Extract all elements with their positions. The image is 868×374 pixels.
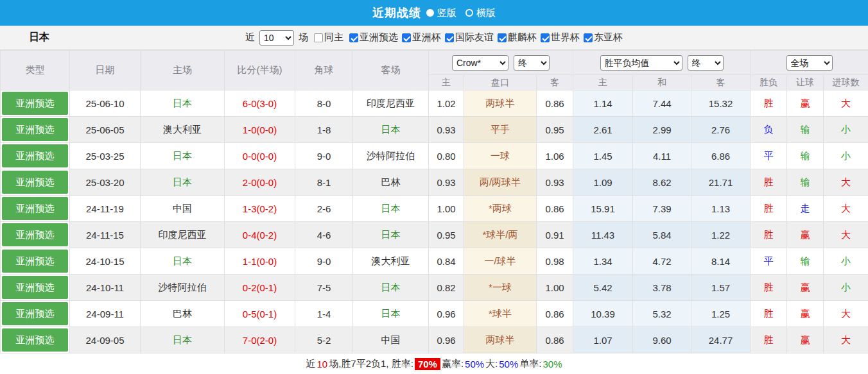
col-header-odds-home: 主 [429,75,464,90]
filters: 近 10 场 同主 亚洲预选亚洲杯国际友谊麒麟杯世界杯东亚杯 [245,30,623,46]
table-row: 亚洲预选 25-06-10 日本 6-0(3-0) 8-0 印度尼西亚 1.02… [1,90,868,117]
competition-checkbox[interactable] [498,33,507,42]
avg-win: 1.34 [573,248,633,275]
home-team: 中国 [141,196,225,222]
result: 胜 [751,196,787,222]
competition-checkbox[interactable] [349,33,358,42]
result: 平 [751,248,787,275]
radio-dot-icon [426,9,434,17]
result-scope-select[interactable]: 全场 [786,55,833,71]
summary-recent-count: 10 [317,359,327,370]
page-title: 近期战绩 [372,5,421,21]
recent-count-select[interactable]: 10 [259,30,294,46]
col-header-home: 主场 [141,51,225,90]
avg-draw: 2.99 [633,117,691,143]
radio-dot-icon [465,9,473,17]
home-team: 日本 [141,169,225,196]
avg-draw: 4.11 [633,143,691,169]
competition-badge: 亚洲预选 [2,276,68,299]
result: 胜 [751,327,787,353]
col-header-result: 胜负 [751,75,787,90]
corners: 1-8 [295,117,353,143]
odds-away: 0.91 [537,222,573,248]
handicap: 两球半 [464,327,537,353]
competition-checkbox[interactable] [402,33,411,42]
result: 胜 [751,275,787,301]
score-halftime: 0-2(0-1) [225,275,295,301]
away-team: 中国 [353,327,429,353]
wdl-metric-select[interactable]: 胜平负均值 [600,55,682,71]
wdl-time-select[interactable]: 终 [688,55,724,71]
avg-draw: 7.44 [633,90,691,117]
handicap: 一/球半 [464,248,537,275]
avg-loss: 15.32 [691,90,751,117]
score-halftime: 0-4(0-2) [225,222,295,248]
single-rate-value: 30% [542,359,562,370]
odds-company-select[interactable]: Crow* [452,55,508,71]
avg-loss: 1.25 [691,301,751,327]
corners: 4-6 [295,222,353,248]
same-venue-checkbox[interactable] [314,33,323,42]
competition-label: 亚洲预选 [360,31,398,44]
goals-result: 小 [824,275,868,301]
handicap: *球半 [464,301,537,327]
competition-checkbox[interactable] [541,33,550,42]
layout-radio-selected[interactable]: 竖版 [426,7,456,19]
corners: 9-0 [295,248,353,275]
odds-away: 0.93 [537,169,573,196]
odds-home: 0.82 [429,275,464,301]
match-date: 25-06-05 [70,117,141,143]
win-odds-label: 赢率: [442,358,464,370]
odds-time-select[interactable]: 终 [514,55,550,71]
home-team: 巴林 [141,301,225,327]
competition-filter: 东亚杯 [580,31,623,44]
win-rate-badge: 70% [415,358,440,370]
team-name: 日本 [29,31,49,44]
score-halftime: 0-0(0-0) [225,143,295,169]
away-team: 澳大利亚 [353,248,429,275]
competition-checkbox[interactable] [584,33,593,42]
match-date: 24-10-11 [70,275,141,301]
match-date: 24-11-19 [70,196,141,222]
handicap-result: 输 [787,169,824,196]
home-team: 印度尼西亚 [141,222,225,248]
competition-label: 麒麟杯 [508,31,537,44]
col-header-handicap: 盘口 [464,75,537,90]
odds-home: 0.96 [429,301,464,327]
competition-badge: 亚洲预选 [2,197,68,220]
competition-badge: 亚洲预选 [2,171,68,194]
handicap: 两球半 [464,90,537,117]
away-team: 日本 [353,196,429,222]
result: 胜 [751,301,787,327]
competition-badge: 亚洲预选 [2,92,68,115]
competition-filter: 亚洲杯 [398,31,441,44]
avg-win: 10.39 [573,301,633,327]
match-date: 24-09-05 [70,327,141,353]
big-rate-value: 50% [499,359,518,370]
avg-draw: 8.62 [633,169,691,196]
match-date: 24-09-11 [70,301,141,327]
recent-label: 近 [245,31,255,44]
filter-bar: 日本 近 10 场 同主 亚洲预选亚洲杯国际友谊麒麟杯世界杯东亚杯 [0,26,868,50]
avg-loss: 6.86 [691,143,751,169]
handicap-result: 赢 [787,327,824,353]
layout-radio-unselected[interactable]: 横版 [465,7,496,19]
result: 胜 [751,222,787,248]
goals-result: 大 [824,90,868,117]
wdl-group-header: 胜平负均值 终 [573,51,751,75]
avg-draw: 5.84 [633,222,691,248]
avg-win: 11.43 [573,222,633,248]
result-group-header: 全场 [751,51,868,75]
competition-filter: 亚洲预选 [345,31,398,44]
odds-away: 0.86 [537,301,573,327]
odds-away: 1.00 [537,275,573,301]
handicap-result: 赢 [787,90,824,117]
competition-filter: 麒麟杯 [494,31,537,44]
competition-checkbox[interactable] [445,33,454,42]
away-team: 巴林 [353,169,429,196]
avg-loss: 1.13 [691,196,751,222]
score-halftime: 1-3(0-2) [225,196,295,222]
score-halftime: 6-0(3-0) [225,90,295,117]
avg-loss: 2.76 [691,117,751,143]
corners: 7-5 [295,275,353,301]
